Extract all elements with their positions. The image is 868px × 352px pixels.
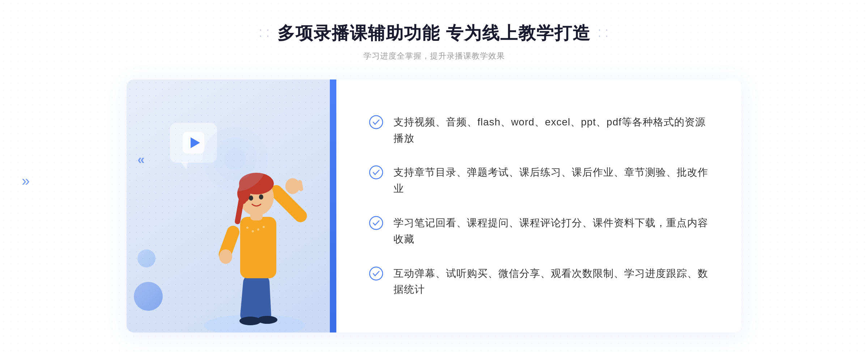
check-icon-4 — [369, 266, 383, 281]
svg-point-18 — [249, 196, 253, 201]
feature-text-4: 互动弹幕、试听购买、微信分享、观看次数限制、学习进度跟踪、数据统计 — [393, 266, 712, 298]
svg-point-6 — [257, 316, 277, 324]
check-icon-2 — [369, 165, 383, 180]
feature-text-1: 支持视频、音频、flash、word、excel、ppt、pdf等各种格式的资源… — [393, 114, 712, 147]
svg-point-11 — [219, 249, 232, 264]
svg-point-29 — [370, 166, 383, 179]
feature-item-1: 支持视频、音频、flash、word、excel、ppt、pdf等各种格式的资源… — [369, 114, 712, 147]
header-section: ⁚ ⁚ 多项录播课辅助功能 专为线上教学打造 ⁚ ⁚ 学习进度全掌握，提升录播课… — [259, 22, 609, 61]
left-chevrons-decoration: « — [137, 152, 145, 167]
page-subtitle: 学习进度全掌握，提升录播课教学效果 — [259, 51, 609, 61]
check-icon-3 — [369, 216, 383, 230]
left-arrow-decoration: » — [22, 173, 30, 189]
title-dots-left: ⁚ ⁚ — [259, 27, 271, 39]
svg-point-28 — [370, 116, 383, 129]
svg-point-21 — [246, 227, 248, 229]
feature-text-2: 支持章节目录、弹题考试、课后练习、课后作业、章节测验、批改作业 — [393, 164, 712, 197]
feature-item-4: 互动弹幕、试听购买、微信分享、观看次数限制、学习进度跟踪、数据统计 — [369, 266, 712, 298]
light-beam-svg — [199, 123, 271, 195]
content-card: « — [127, 80, 741, 332]
features-side: 支持视频、音频、flash、word、excel、ppt、pdf等各种格式的资源… — [336, 80, 741, 332]
illustration-side: « — [127, 80, 336, 332]
feature-item-3: 学习笔记回看、课程提问、课程评论打分、课件资料下载，重点内容收藏 — [369, 215, 712, 248]
feature-item-2: 支持章节目录、弹题考试、课后练习、课后作业、章节测验、批改作业 — [369, 164, 712, 197]
page-wrapper: » ⁚ ⁚ 多项录播课辅助功能 专为线上教学打造 ⁚ ⁚ 学习进度全掌握，提升录… — [0, 0, 868, 352]
title-row: ⁚ ⁚ 多项录播课辅助功能 专为线上教学打造 ⁚ ⁚ — [259, 22, 609, 45]
deco-circle-large — [134, 282, 163, 311]
svg-rect-4 — [253, 275, 272, 322]
svg-point-30 — [370, 216, 383, 229]
svg-point-22 — [252, 230, 254, 232]
check-icon-1 — [369, 115, 383, 129]
svg-point-31 — [370, 267, 383, 280]
svg-rect-7 — [240, 217, 276, 278]
svg-point-24 — [263, 226, 265, 228]
svg-point-23 — [257, 228, 259, 231]
page-title: 多项录播课辅助功能 专为线上教学打造 — [277, 22, 590, 45]
blue-accent-bar — [330, 80, 336, 332]
title-dots-right: ⁚ ⁚ — [598, 27, 609, 39]
feature-text-3: 学习笔记回看、课程提问、课程评论打分、课件资料下载，重点内容收藏 — [393, 215, 712, 248]
svg-point-19 — [259, 194, 263, 199]
deco-circle-small — [137, 249, 156, 267]
svg-point-27 — [224, 148, 246, 170]
svg-point-10 — [285, 178, 300, 194]
